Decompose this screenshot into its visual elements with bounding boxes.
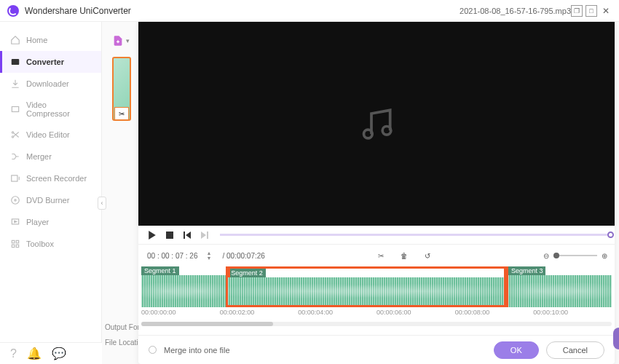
notifications-icon[interactable]: 🔔 <box>27 347 42 360</box>
nav-label: Home <box>26 36 47 44</box>
svg-point-5 <box>12 197 20 205</box>
svg-point-12 <box>364 130 373 138</box>
total-duration: / 00:00:07:26 <box>223 252 265 260</box>
stop-button[interactable] <box>163 229 176 242</box>
playback-progress[interactable] <box>220 234 607 236</box>
sidebar-item-downloader[interactable]: Downloader <box>0 73 101 95</box>
sidebar-item-home[interactable]: Home <box>0 29 101 51</box>
svg-rect-10 <box>12 245 15 248</box>
nav-label: Player <box>26 218 49 226</box>
svg-rect-1 <box>12 107 18 112</box>
status-bar: ? 🔔 💬 <box>0 342 102 364</box>
nav-label: Video Compressor <box>26 100 91 118</box>
converter-icon <box>10 57 20 67</box>
preview-area <box>138 22 615 226</box>
sidebar-item-editor[interactable]: Video Editor <box>0 124 101 146</box>
help-icon[interactable]: ? <box>10 347 17 360</box>
sidebar-item-player[interactable]: Player <box>0 211 101 233</box>
home-icon <box>10 35 20 45</box>
nav-label: Converter <box>26 58 64 66</box>
zoom-out-icon[interactable]: ⊖ <box>543 252 549 260</box>
sidebar-item-merger[interactable]: Merger <box>0 146 101 167</box>
svg-point-6 <box>15 199 16 201</box>
main-content: ‹ ▾ ✂ Output Form File Location 00 <box>102 22 619 364</box>
cancel-button[interactable]: Cancel <box>546 341 604 359</box>
nav-label: DVD Burner <box>26 196 69 205</box>
toolbox-icon <box>10 239 20 249</box>
music-note-icon <box>356 103 397 144</box>
close-window-button[interactable]: ✕ <box>600 5 612 17</box>
svg-rect-4 <box>12 175 17 181</box>
next-button[interactable] <box>198 229 211 242</box>
delete-tool-icon[interactable]: 🗑 <box>398 249 411 262</box>
add-file-icon <box>112 35 124 47</box>
svg-point-2 <box>12 132 13 133</box>
feedback-icon[interactable]: 💬 <box>52 347 66 360</box>
segment-label: Segment 3 <box>508 266 546 275</box>
title-bar: Wondershare UniConverter 2021-08-08_16-5… <box>0 0 619 22</box>
time-row: 00 : 00 : 07 : 26 ▲▼ / 00:00:07:26 ✂ 🗑 ↺… <box>138 245 615 266</box>
sidebar-item-dvd[interactable]: DVD Burner <box>0 189 101 211</box>
ok-button[interactable]: OK <box>494 341 539 359</box>
sidebar-collapse-handle[interactable]: ‹ <box>98 197 106 210</box>
svg-point-3 <box>12 136 13 138</box>
app-title: Wondershare UniConverter <box>25 6 416 16</box>
time-stepper[interactable]: ▲▼ <box>207 250 216 261</box>
waveform-timeline[interactable]: Segment 1 Segment 2 Segment 3 <box>141 266 612 307</box>
svg-rect-9 <box>16 240 19 243</box>
segment-1[interactable]: Segment 1 <box>141 266 226 307</box>
segment-label: Segment 2 <box>228 269 266 277</box>
disc-icon <box>10 195 20 205</box>
reset-tool-icon[interactable]: ↺ <box>421 249 434 262</box>
editor-footer: Merge into one file OK Cancel <box>138 335 615 364</box>
sidebar-item-compressor[interactable]: Video Compressor <box>0 95 101 124</box>
playback-controls <box>138 226 615 245</box>
svg-rect-8 <box>12 240 15 243</box>
play-icon <box>10 217 20 227</box>
clip-thumbnail[interactable]: ✂ <box>112 57 131 121</box>
time-input[interactable]: 00 : 00 : 07 : 26 <box>146 251 200 261</box>
time-ruler: 00:00:00:00 00:00:02:00 00:00:04:00 00:0… <box>138 307 615 322</box>
segment-3[interactable]: Segment 3 <box>508 266 612 307</box>
cut-tool-icon[interactable]: ✂ <box>374 249 387 262</box>
svg-rect-0 <box>12 59 20 65</box>
nav-label: Screen Recorder <box>26 174 87 183</box>
zoom-slider[interactable] <box>553 255 597 256</box>
recorder-icon <box>10 173 20 183</box>
merge-label: Merge into one file <box>164 346 230 355</box>
trim-editor: 00 : 00 : 07 : 26 ▲▼ / 00:00:07:26 ✂ 🗑 ↺… <box>138 22 615 364</box>
sidebar: Home Converter Downloader Video Compress… <box>0 22 102 364</box>
segment-label: Segment 1 <box>141 266 179 275</box>
scissors-icon <box>10 130 20 140</box>
current-filename: 2021-08-08_16-57-16-795.mp3 <box>460 7 571 15</box>
maximize-window-button[interactable]: □ <box>586 5 597 17</box>
compressor-icon <box>10 104 20 114</box>
nav-label: Video Editor <box>26 130 70 139</box>
segment-2-selected[interactable]: Segment 2 <box>226 266 508 307</box>
zoom-in-icon[interactable]: ⊕ <box>602 252 607 260</box>
merger-icon <box>10 151 20 162</box>
svg-rect-11 <box>16 245 19 248</box>
play-button[interactable] <box>146 229 159 242</box>
nav-label: Merger <box>26 152 52 161</box>
chevron-down-icon: ▾ <box>126 37 130 44</box>
sidebar-item-recorder[interactable]: Screen Recorder <box>0 167 101 189</box>
right-accent <box>613 328 619 349</box>
sidebar-item-toolbox[interactable]: Toolbox <box>0 233 101 255</box>
prev-button[interactable] <box>181 229 194 242</box>
nav-label: Downloader <box>26 79 69 88</box>
sidebar-item-converter[interactable]: Converter <box>0 51 101 73</box>
horizontal-scrollbar[interactable] <box>141 322 612 326</box>
svg-rect-14 <box>166 232 173 239</box>
download-icon <box>10 79 20 89</box>
zoom-control[interactable]: ⊖ ⊕ <box>543 252 607 260</box>
restore-window-button[interactable]: ❐ <box>571 5 583 17</box>
cut-icon[interactable]: ✂ <box>114 107 129 120</box>
app-logo-icon <box>7 5 19 17</box>
nav-label: Toolbox <box>26 240 54 248</box>
merge-checkbox[interactable] <box>149 346 157 354</box>
svg-point-13 <box>382 127 391 135</box>
add-file-button[interactable]: ▾ <box>112 35 130 47</box>
